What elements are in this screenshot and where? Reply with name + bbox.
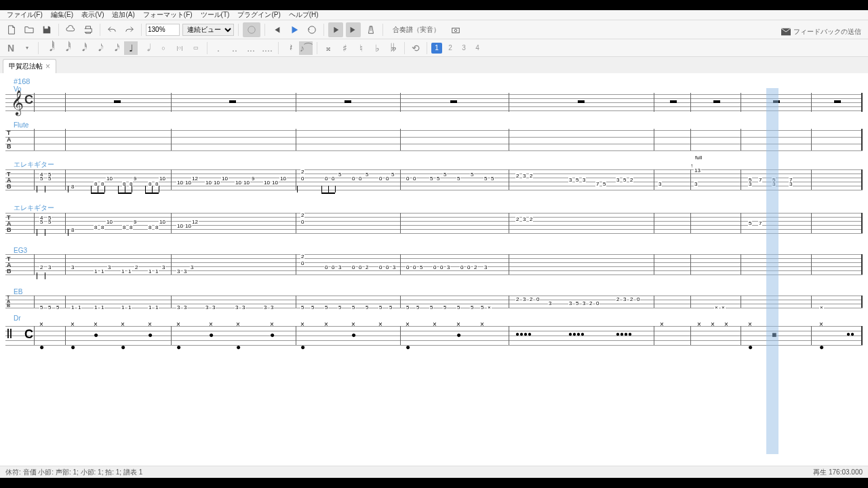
svg-point-0 bbox=[248, 26, 256, 33]
note-breve-icon[interactable]: |○| bbox=[173, 41, 186, 55]
track-eg3: EG3 TAB 23 3 113 112 113 333 20 003 002 … bbox=[0, 247, 868, 274]
rewind-icon[interactable] bbox=[269, 22, 284, 37]
note-16-icon[interactable]: 𝅘𝅥𝅰 bbox=[75, 41, 89, 55]
cloud-icon[interactable] bbox=[63, 22, 78, 37]
menu-file[interactable]: ファイル(F) bbox=[3, 10, 47, 20]
double-dot-icon[interactable]: .. bbox=[228, 41, 241, 55]
score-info-label: 合奏譜（実音） bbox=[393, 25, 440, 35]
triple-dot-icon[interactable]: ... bbox=[244, 41, 258, 55]
note-input-icon[interactable]: N bbox=[4, 41, 18, 55]
redo-icon[interactable] bbox=[122, 22, 137, 37]
new-file-icon[interactable] bbox=[4, 22, 19, 37]
quad-dot-icon[interactable]: .... bbox=[260, 41, 274, 55]
midi-input-icon[interactable] bbox=[243, 22, 260, 37]
sharp-icon[interactable]: ♯ bbox=[338, 41, 351, 55]
status-bar: 休符: 音価 小節: 声部: 1; 小節: 1; 拍: 1; 譜表 1 再生 1… bbox=[0, 466, 868, 478]
track-eg1: エレキギター full ↑ TAB 45 55 8 88 10889 8810 … bbox=[0, 160, 868, 190]
document-tab[interactable]: 甲賀忍法帖 × bbox=[3, 59, 56, 73]
double-sharp-icon[interactable]: 𝄪 bbox=[321, 41, 335, 55]
feedback-link[interactable]: フィードバックの送信 bbox=[781, 27, 861, 37]
status-left: 休符: 音価 小節: 声部: 1; 小節: 1; 拍: 1; 譜表 1 bbox=[5, 468, 142, 477]
status-right: 再生 176:03.000 bbox=[813, 468, 863, 477]
pan-icon[interactable] bbox=[346, 22, 361, 37]
svg-rect-1 bbox=[452, 28, 460, 33]
double-flat-icon[interactable]: 𝄫 bbox=[387, 41, 400, 55]
track-dr: Dr || C ×● ×● ×● ×● ×● ×● ×● ×● ×● ×● × … bbox=[0, 314, 868, 349]
svg-point-2 bbox=[454, 29, 457, 32]
note-whole-icon[interactable]: ○ bbox=[157, 41, 170, 55]
tab-staff-eg3[interactable]: TAB 23 3 113 112 113 333 20 003 002 003 … bbox=[5, 254, 863, 274]
loop-icon[interactable] bbox=[304, 22, 319, 37]
menu-format[interactable]: フォーマット(F) bbox=[139, 10, 197, 20]
natural-icon[interactable]: ♮ bbox=[354, 41, 368, 55]
treble-clef-icon: 𝄞 bbox=[11, 90, 24, 115]
menu-view[interactable]: 表示(V) bbox=[77, 10, 108, 20]
menu-plugin[interactable]: プラグイン(P) bbox=[233, 10, 284, 20]
view-mode-select[interactable]: 連続ビュー bbox=[182, 24, 234, 36]
menu-add[interactable]: 追加(A) bbox=[108, 10, 138, 20]
open-icon[interactable] bbox=[22, 22, 37, 37]
time-signature: C bbox=[24, 93, 33, 107]
document-tabs: 甲賀忍法帖 × bbox=[0, 57, 868, 73]
track-vo: Vo 𝄞 C bbox=[0, 85, 868, 112]
note-8b-icon[interactable]: 𝅘𝅥𝅯 bbox=[108, 41, 121, 55]
flat-icon[interactable]: ♭ bbox=[370, 41, 384, 55]
tie-icon[interactable]: ♪⁀ bbox=[299, 41, 313, 55]
note-64-icon[interactable]: 𝅘𝅥𝅲 bbox=[43, 41, 56, 55]
tab-title: 甲賀忍法帖 bbox=[9, 62, 43, 71]
zoom-input[interactable] bbox=[146, 24, 180, 36]
metronome-icon[interactable] bbox=[363, 22, 378, 37]
score-canvas[interactable]: #168 Vo 𝄞 C Flute TAB エレキギター full ↑ TAB … bbox=[0, 73, 868, 456]
measure-number: #168 bbox=[14, 77, 868, 85]
tab-staff-eb[interactable]: TAB 555 11 11 11 11 33 33 33 33 55 55 55… bbox=[5, 296, 863, 308]
playback-cursor bbox=[766, 88, 778, 454]
note-half-icon[interactable]: 𝅗𝅥 bbox=[140, 41, 154, 55]
voice-1-button[interactable]: 1 bbox=[431, 43, 442, 54]
menubar: ファイル(F) 編集(E) 表示(V) 追加(A) フォーマット(F) ツール(… bbox=[0, 10, 868, 20]
print-icon[interactable] bbox=[81, 22, 96, 37]
menu-tool[interactable]: ツール(T) bbox=[197, 10, 234, 20]
voice-3-button[interactable]: 3 bbox=[458, 43, 469, 54]
drum-staff[interactable]: || C ×● ×● ×● ×● ×● ×● ×● ×● ×● ×● × ×● … bbox=[5, 322, 863, 349]
flip-icon[interactable]: ⟲ bbox=[409, 41, 422, 55]
chevron-down-icon[interactable]: ▾ bbox=[20, 41, 34, 55]
rest-icon[interactable]: 𝄽 bbox=[283, 41, 296, 55]
track-flute: Flute TAB bbox=[0, 121, 868, 150]
camera-icon[interactable] bbox=[448, 22, 463, 37]
note-longa-icon[interactable]: ▭ bbox=[189, 41, 203, 55]
note-toolbar: N ▾ 𝅘𝅥𝅲 𝅘𝅥𝅱 𝅘𝅥𝅰 𝅘𝅥𝅮 𝅘𝅥𝅯 ♩ 𝅗𝅥 ○ |○| ▭ . .… bbox=[0, 39, 868, 57]
note-8-icon[interactable]: 𝅘𝅥𝅮 bbox=[92, 41, 105, 55]
play-icon[interactable] bbox=[287, 22, 302, 37]
menu-edit[interactable]: 編集(E) bbox=[47, 10, 77, 20]
main-toolbar: 連続ビュー 合奏譜（実音） bbox=[0, 20, 868, 39]
dot-icon[interactable]: . bbox=[212, 41, 225, 55]
note-quarter-icon[interactable]: ♩ bbox=[124, 41, 138, 55]
voice-4-button[interactable]: 4 bbox=[472, 43, 483, 54]
voice-2-button[interactable]: 2 bbox=[445, 43, 456, 54]
tab-staff-flute[interactable]: TAB bbox=[5, 129, 863, 150]
menu-help[interactable]: ヘルプ(H) bbox=[285, 10, 323, 20]
repeat-icon[interactable] bbox=[328, 22, 343, 37]
undo-icon[interactable] bbox=[104, 22, 119, 37]
track-eb: EB TAB 555 11 11 11 11 33 33 33 33 55 55… bbox=[0, 288, 868, 308]
note-32-icon[interactable]: 𝅘𝅥𝅱 bbox=[59, 41, 73, 55]
close-icon[interactable]: × bbox=[45, 62, 50, 71]
standard-staff[interactable]: 𝄞 C bbox=[5, 93, 863, 112]
track-eg2: エレキギター TAB 45 55 8 88 10889 8810 101012 … bbox=[0, 203, 868, 233]
save-icon[interactable] bbox=[39, 22, 54, 37]
